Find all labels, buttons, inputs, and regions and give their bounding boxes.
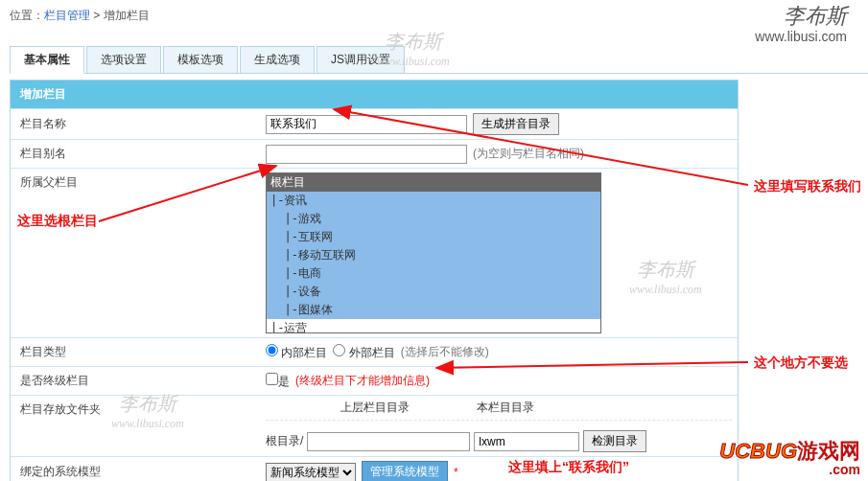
final-checkbox[interactable]: [266, 373, 278, 385]
label-is-final: 是否终级栏目: [11, 367, 260, 395]
dir-header-parent: 上层栏目目录: [266, 400, 438, 416]
listbox-item-5[interactable]: |-电商: [267, 264, 600, 283]
final-checkbox-wrap[interactable]: 是: [266, 373, 290, 390]
type-hint: (选择后不能修改): [401, 344, 489, 360]
radio-internal-wrap[interactable]: 内部栏目: [266, 344, 327, 361]
label-parent-column: 所属父栏目: [11, 169, 260, 196]
generate-pinyin-button[interactable]: 生成拼音目录: [473, 113, 559, 135]
radio-external-wrap[interactable]: 外部栏目: [333, 344, 394, 361]
listbox-item-0[interactable]: 根栏目: [267, 173, 600, 192]
listbox-item-1[interactable]: |-资讯: [267, 192, 600, 210]
tab-generate[interactable]: 生成选项: [240, 46, 315, 73]
listbox-item-6[interactable]: |-设备: [267, 283, 600, 301]
radio-external[interactable]: [333, 344, 345, 356]
system-model-select[interactable]: 新闻系统模型: [266, 463, 356, 481]
dir-root-label: 根目录/: [266, 433, 303, 449]
panel-title: 增加栏目: [11, 80, 738, 108]
brand-en: www.libusi.com: [755, 29, 847, 44]
listbox-item-7[interactable]: |-图媒体: [267, 301, 600, 319]
breadcrumb-sep: >: [90, 9, 104, 22]
label-column-alias: 栏目别名: [11, 140, 260, 168]
radio-internal-label: 内部栏目: [281, 346, 327, 359]
brand-logo: 李布斯 www.libusi.com: [755, 4, 858, 44]
alias-hint: (为空则与栏目名相同): [473, 146, 584, 162]
tab-options[interactable]: 选项设置: [86, 46, 161, 73]
radio-external-label: 外部栏目: [349, 346, 395, 359]
breadcrumb-prefix: 位置：: [10, 9, 44, 22]
brand-cn: 李布斯: [755, 4, 847, 29]
radio-internal[interactable]: [266, 344, 278, 356]
column-alias-input[interactable]: [266, 145, 467, 164]
listbox-item-4[interactable]: |-移动互联网: [267, 246, 600, 264]
label-column-name: 栏目名称: [11, 110, 260, 138]
manage-model-button[interactable]: 管理系统模型: [362, 461, 448, 481]
tab-basic[interactable]: 基本属性: [10, 46, 84, 74]
dir-header-self: 本栏目目录: [438, 400, 573, 416]
label-store-dir: 栏目存放文件夹: [11, 396, 260, 424]
label-column-type: 栏目类型: [11, 338, 260, 366]
parent-dir-input[interactable]: [307, 432, 470, 451]
ucbug-watermark: UCBUG游戏网 .com: [719, 437, 860, 477]
listbox-item-8[interactable]: |-运营: [267, 319, 600, 333]
parent-column-listbox[interactable]: 根栏目|-资讯 |-游戏 |-互联网 |-移动互联网 |-电商 |-设备 |-图…: [266, 172, 601, 333]
form-panel: 增加栏目 栏目名称 生成拼音目录 栏目别名 (为空则与栏目名相同) 所属父栏目 …: [10, 80, 739, 481]
final-checkbox-label: 是: [278, 375, 290, 388]
column-name-input[interactable]: [266, 115, 467, 134]
tab-js[interactable]: JS调用设置: [317, 46, 405, 73]
self-dir-input[interactable]: [474, 432, 579, 451]
label-system-model: 绑定的系统模型: [11, 458, 260, 481]
tab-template[interactable]: 模板选项: [163, 46, 238, 73]
check-dir-button[interactable]: 检测目录: [583, 430, 646, 452]
annotation-dont-check: 这个地方不要选: [754, 355, 848, 372]
breadcrumb-current: 增加栏目: [104, 9, 150, 22]
tab-strip: 基本属性 选项设置 模板选项 生成选项 JS调用设置: [10, 46, 868, 74]
final-hint: (终级栏目下才能增加信息): [295, 373, 430, 389]
listbox-item-3[interactable]: |-互联网: [267, 228, 600, 246]
breadcrumb: 位置：栏目管理 > 增加栏目: [10, 4, 150, 24]
breadcrumb-parent[interactable]: 栏目管理: [44, 9, 90, 22]
required-star: *: [454, 466, 458, 479]
annotation-fill-contact: 这里填写联系我们: [754, 178, 861, 195]
listbox-item-2[interactable]: |-游戏: [267, 210, 600, 228]
